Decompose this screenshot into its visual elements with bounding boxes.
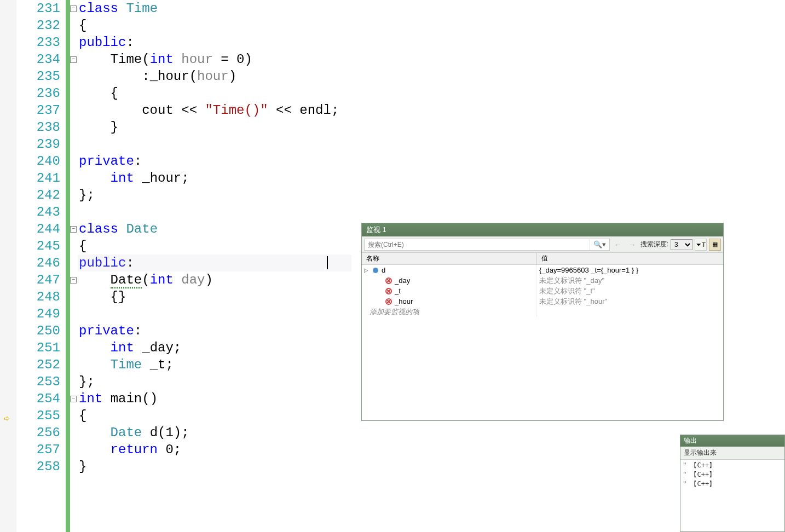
watch-var-value: 未定义标识符 "_t" bbox=[537, 286, 723, 296]
line-number: 233 bbox=[16, 34, 60, 51]
ctor-name: Date bbox=[111, 273, 142, 288]
depth-label: 搜索深度: bbox=[640, 240, 668, 249]
keyword: int bbox=[79, 391, 102, 406]
member-init: _hour bbox=[150, 69, 189, 84]
watch-window: 监视 1 🔍▾ ← → 搜索深度: 3 ⏷T ▦ 名称 值 ▷d{_day=99… bbox=[361, 223, 724, 421]
keyword: class bbox=[79, 222, 118, 236]
type-name: Time bbox=[111, 357, 142, 372]
search-box[interactable]: 🔍▾ bbox=[364, 239, 610, 251]
literal: 0 bbox=[165, 442, 173, 457]
param: hour bbox=[197, 69, 229, 84]
prev-button[interactable]: ← bbox=[612, 239, 624, 251]
col-name-header[interactable]: 名称 bbox=[362, 253, 537, 264]
line-number: 232 bbox=[16, 17, 60, 34]
watch-title: 监视 1 bbox=[362, 223, 723, 236]
line-number: 238 bbox=[16, 119, 60, 136]
object-icon bbox=[373, 268, 378, 273]
line-number: 240 bbox=[16, 153, 60, 170]
fold-gutter[interactable]: − − − − − bbox=[70, 0, 78, 532]
line-number: 241 bbox=[16, 170, 60, 187]
line-number: 252 bbox=[16, 356, 60, 373]
col-value-header[interactable]: 值 bbox=[537, 253, 723, 264]
line-number: 251 bbox=[16, 339, 60, 356]
breakpoint-gutter[interactable]: ➪ bbox=[0, 0, 16, 532]
literal: 1 bbox=[165, 425, 173, 440]
highlight-button[interactable]: ▦ bbox=[709, 239, 721, 251]
watch-toolbar: 🔍▾ ← → 搜索深度: 3 ⏷T ▦ bbox=[362, 236, 723, 253]
change-indicator-bar bbox=[66, 0, 70, 532]
line-number-gutter: 2312322332342352362372382392402412422432… bbox=[16, 0, 66, 532]
watch-columns: 名称 值 bbox=[362, 253, 723, 265]
member-var: _day bbox=[142, 340, 174, 355]
string-literal: "Time()" bbox=[205, 103, 268, 118]
line-number: 236 bbox=[16, 85, 60, 102]
watch-var-name: _hour bbox=[395, 296, 413, 307]
line-number: 243 bbox=[16, 204, 60, 221]
line-number: 245 bbox=[16, 238, 60, 255]
watch-var-value: 未定义标识符 "_hour" bbox=[537, 296, 723, 307]
watch-row[interactable]: ▷d{_day=9965603 _t={_hour=1 } } bbox=[362, 265, 723, 275]
type-name: Time bbox=[126, 1, 158, 16]
keyword: int bbox=[150, 273, 174, 287]
line-number: 253 bbox=[16, 373, 60, 390]
line-number: 257 bbox=[16, 441, 60, 458]
keyword: int bbox=[111, 340, 134, 355]
keyword: class bbox=[79, 1, 118, 16]
watch-rows: ▷d{_day=9965603 _t={_hour=1 } }_day未定义标识… bbox=[362, 265, 723, 420]
member-var: _hour bbox=[142, 171, 181, 186]
line-number: 258 bbox=[16, 458, 60, 475]
local-var: d bbox=[150, 425, 158, 440]
fold-toggle-icon[interactable]: − bbox=[70, 56, 77, 63]
ident: endl bbox=[299, 103, 331, 118]
keyword: int bbox=[150, 52, 174, 67]
output-line: " 【C++】 bbox=[683, 470, 782, 479]
literal: 0 bbox=[236, 52, 244, 67]
output-title: 输出 bbox=[680, 435, 784, 447]
keyword: private bbox=[79, 154, 134, 169]
line-number: 254 bbox=[16, 390, 60, 407]
keyword: private bbox=[79, 323, 134, 338]
keyword: return bbox=[111, 442, 158, 457]
watch-var-value: 未定义标识符 "_day" bbox=[537, 275, 723, 286]
watch-var-name: d bbox=[382, 265, 385, 275]
line-number: 248 bbox=[16, 288, 60, 305]
watch-row[interactable]: _day未定义标识符 "_day" bbox=[362, 275, 723, 286]
fold-toggle-icon[interactable]: − bbox=[70, 5, 77, 12]
func-name: main bbox=[111, 391, 142, 406]
line-number: 237 bbox=[16, 102, 60, 119]
line-number: 235 bbox=[16, 68, 60, 85]
output-line: " 【C++】 bbox=[683, 479, 782, 489]
output-line: " 【C++】 bbox=[683, 461, 782, 470]
watch-var-name: _day bbox=[395, 275, 410, 286]
type-name: Date bbox=[126, 222, 158, 236]
search-icon[interactable]: 🔍▾ bbox=[590, 239, 609, 250]
output-source-label: 显示输出来 bbox=[680, 447, 784, 460]
watch-row[interactable]: _hour未定义标识符 "_hour" bbox=[362, 296, 723, 307]
keyword: int bbox=[111, 171, 134, 186]
next-button[interactable]: → bbox=[626, 239, 638, 251]
line-number: 256 bbox=[16, 424, 60, 441]
fold-toggle-icon[interactable]: − bbox=[70, 396, 77, 402]
output-body[interactable]: " 【C++】" 【C++】" 【C++】 bbox=[680, 460, 784, 531]
current-line-arrow-icon: ➪ bbox=[3, 414, 13, 424]
watch-var-value: {_day=9965603 _t={_hour=1 } } bbox=[537, 265, 723, 275]
line-number: 255 bbox=[16, 407, 60, 424]
type-name: Date bbox=[111, 425, 142, 440]
member-var: _t bbox=[150, 357, 166, 372]
expand-icon[interactable]: ▷ bbox=[364, 265, 370, 275]
ident: cout bbox=[142, 103, 174, 118]
line-number: 247 bbox=[16, 271, 60, 288]
search-input[interactable] bbox=[365, 241, 590, 248]
line-number: 239 bbox=[16, 136, 60, 153]
depth-select[interactable]: 3 bbox=[671, 239, 692, 250]
add-watch-row[interactable]: 添加要监视的项 bbox=[362, 307, 723, 317]
output-window: 输出 显示输出来 " 【C++】" 【C++】" 【C++】 bbox=[680, 435, 785, 532]
watch-row[interactable]: _t未定义标识符 "_t" bbox=[362, 286, 723, 296]
line-number: 244 bbox=[16, 221, 60, 238]
line-number: 246 bbox=[16, 255, 60, 271]
filter-button[interactable]: ⏷T bbox=[695, 239, 707, 251]
fold-toggle-icon[interactable]: − bbox=[70, 226, 77, 233]
line-number: 249 bbox=[16, 305, 60, 322]
line-number: 231 bbox=[16, 0, 60, 17]
fold-toggle-icon[interactable]: − bbox=[70, 277, 77, 284]
